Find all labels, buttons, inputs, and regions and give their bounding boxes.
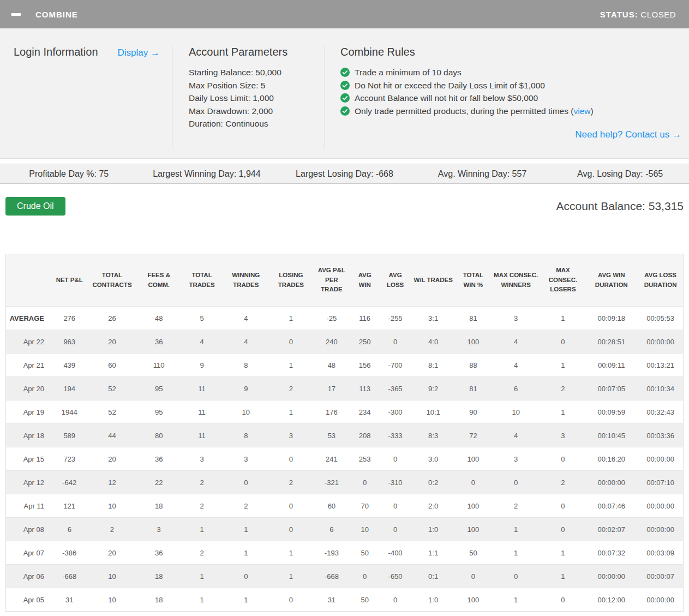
stat-profitable-day-pct: Profitable Day %: 75 (0, 169, 138, 179)
rule-text: Only trade permitted products, during th… (355, 105, 594, 118)
stat-avg-losing-day: Avg. Losing Day: -565 (551, 169, 689, 179)
table-cell: 81 (456, 377, 491, 400)
table-cell: 0 (541, 518, 585, 541)
table-cell: 6 (313, 518, 350, 541)
stat-avg-winning-day: Avg. Winning Day: 557 (414, 169, 552, 179)
table-cell: -333 (380, 424, 411, 447)
table-cell: 10 (350, 518, 380, 541)
table-cell: 1 (541, 307, 585, 330)
rule-text-pre: Only trade permitted products, during th… (355, 106, 573, 116)
table-cell: 6 (52, 518, 87, 541)
stat-largest-losing-day: Largest Losing Day: -668 (275, 169, 414, 179)
table-cell: 2 (491, 494, 541, 518)
column-header-max-consec-winners: MAX CONSEC. WINNERS (491, 254, 541, 307)
table-cell: 0 (350, 471, 380, 494)
table-row: Apr 214396011098148156-7008:1884100:09:1… (6, 354, 684, 377)
table-cell: 11 (181, 400, 223, 424)
table-cell: 00:00:00 (585, 565, 638, 588)
table-cell: 1 (541, 400, 585, 424)
table-cell: 194 (52, 377, 87, 400)
table-cell: 1 (223, 588, 268, 612)
table-cell: 0 (268, 588, 313, 612)
table-cell: 0 (456, 471, 491, 494)
row-label: Apr 22 (6, 330, 52, 354)
crude-oil-button[interactable]: Crude Oil (5, 197, 65, 216)
column-header-avg-pl-per-trade: AVG P&L PER TRADE (313, 254, 350, 307)
table-cell: 00:09:18 (585, 307, 638, 330)
table-cell: 4 (181, 330, 223, 354)
table-cell: 4 (491, 424, 541, 447)
check-circle-icon (340, 93, 350, 103)
rule-text-pre: Trade a minimum of 10 days (355, 68, 462, 77)
table-cell: 31 (52, 588, 87, 612)
table-header-row: NET P&L TOTAL CONTRACTS FEES & COMM. TOT… (6, 254, 684, 307)
table-cell: 60 (313, 494, 350, 518)
table-cell: 1 (541, 354, 585, 377)
table-cell: 00:07:46 (585, 494, 638, 518)
table-cell: 2 (181, 494, 223, 518)
table-cell: 31 (313, 588, 350, 612)
table-cell: 36 (137, 447, 180, 471)
login-information-heading: Login Information (14, 46, 98, 58)
rule-text: Do Not hit or exceed the Daily Loss Limi… (355, 79, 545, 92)
check-circle-icon (340, 81, 350, 90)
rule-text-post: ) (590, 106, 593, 116)
table-cell: 8:3 (411, 424, 456, 447)
table-cell: -642 (52, 471, 87, 494)
view-link[interactable]: view (573, 106, 590, 116)
param-max-position-size: Max Position Size: 5 (189, 79, 325, 92)
table-cell: 00:00:00 (585, 471, 638, 494)
row-label: Apr 15 (6, 447, 52, 471)
table-cell: 0 (541, 447, 585, 471)
table-cell: 240 (313, 330, 350, 354)
table-cell: -255 (380, 307, 411, 330)
table-cell: 0 (380, 518, 411, 541)
table-cell: 0 (223, 471, 268, 494)
table-cell: 26 (87, 307, 137, 330)
table-cell: 10 (223, 400, 268, 424)
check-circle-icon (340, 106, 350, 116)
row-label: Apr 19 (6, 400, 52, 424)
table-cell: 0 (380, 494, 411, 518)
table-cell: 3 (223, 447, 268, 471)
table-cell: 00:10:45 (585, 424, 638, 447)
table-cell: 1:0 (411, 518, 456, 541)
table-cell: 90 (456, 400, 491, 424)
performance-table: NET P&L TOTAL CONTRACTS FEES & COMM. TOT… (5, 254, 684, 612)
table-cell: 4 (223, 330, 268, 354)
table-cell: 2 (181, 541, 223, 565)
login-information-section: Login Information Display → (0, 45, 172, 149)
contact-us-link[interactable]: Need help? Contact us → (575, 129, 681, 140)
table-cell: 2 (268, 471, 313, 494)
table-cell: 100 (456, 330, 491, 354)
table-cell: 1 (541, 541, 585, 565)
table-cell: 52 (87, 400, 137, 424)
table-cell: 1 (268, 565, 313, 588)
table-cell: 4 (491, 354, 541, 377)
param-starting-balance: Starting Balance: 50,000 (189, 66, 325, 79)
row-label: Apr 12 (6, 471, 52, 494)
table-row: Apr 15723203633024125303:01003000:16:200… (6, 447, 684, 471)
table-cell: 253 (350, 447, 380, 471)
table-cell: 0 (380, 447, 411, 471)
collapse-minus-icon[interactable] (11, 13, 21, 16)
table-cell: 1 (223, 518, 268, 541)
table-cell: 2 (223, 494, 268, 518)
table-cell: 0:1 (411, 565, 456, 588)
table-cell: 00:00:00 (638, 588, 683, 612)
stats-bar: Profitable Day %: 75 Largest Winning Day… (0, 164, 689, 184)
table-cell: 1 (491, 541, 541, 565)
rule-item: Trade a minimum of 10 days (340, 66, 681, 79)
column-header-total-contracts: TOTAL CONTRACTS (87, 254, 137, 307)
table-cell: 2 (541, 471, 585, 494)
table-cell: 0 (268, 330, 313, 354)
table-cell: 44 (87, 424, 137, 447)
table-cell: 963 (52, 330, 87, 354)
table-cell: 1 (181, 565, 223, 588)
table-cell: 0 (541, 588, 585, 612)
row-label: Apr 06 (6, 565, 52, 588)
table-cell: 50 (350, 588, 380, 612)
table-cell: 52 (87, 377, 137, 400)
display-link[interactable]: Display → (118, 47, 160, 58)
table-cell: 2 (268, 377, 313, 400)
